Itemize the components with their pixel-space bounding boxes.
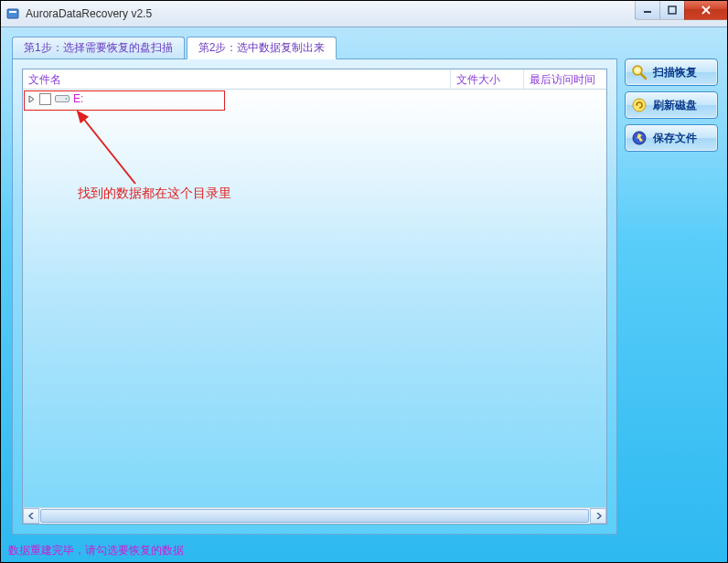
annotation-arrow-icon [67, 106, 158, 197]
status-text: 数据重建完毕，请勾选要恢复的数据 [8, 543, 184, 558]
scan-recover-label: 扫描恢复 [653, 65, 697, 80]
window-title: AuroraDataRecovery v2.5 [26, 7, 152, 20]
tab-step2[interactable]: 第2步：选中数据复制出来 [187, 37, 337, 59]
column-time[interactable]: 最后访问时间 [524, 69, 606, 89]
titlebar: AuroraDataRecovery v2.5 [0, 0, 728, 27]
maximize-icon [668, 5, 677, 15]
tab-step1[interactable]: 第1步：选择需要恢复的盘扫描 [12, 37, 185, 58]
refresh-icon [631, 97, 648, 113]
minimize-icon [643, 5, 652, 15]
scroll-left-button[interactable] [23, 508, 39, 524]
minimize-button[interactable] [635, 0, 660, 20]
main-content: 第1步：选择需要恢复的盘扫描 第2步：选中数据复制出来 文件名 文件大小 最后访… [12, 37, 617, 535]
window-controls [636, 0, 728, 20]
sidebar: 扫描恢复 刷新磁盘 保存文件 [625, 58, 718, 152]
refresh-disk-button[interactable]: 刷新磁盘 [625, 91, 718, 119]
svg-rect-1 [9, 11, 16, 13]
close-icon [701, 5, 712, 15]
annotation-box [24, 90, 225, 111]
annotation-text: 找到的数据都在这个目录里 [78, 186, 231, 202]
app-icon [5, 6, 20, 21]
file-list: 文件名 文件大小 最后访问时间 E: [22, 69, 607, 525]
svg-line-8 [78, 112, 135, 184]
svg-point-12 [633, 99, 646, 112]
refresh-disk-label: 刷新磁盘 [653, 98, 697, 113]
tab-bar: 第1步：选择需要恢复的盘扫描 第2步：选中数据复制出来 [12, 37, 617, 58]
svg-rect-0 [7, 9, 18, 18]
svg-point-10 [635, 68, 640, 73]
list-header: 文件名 文件大小 最后访问时间 [23, 69, 606, 90]
chevron-left-icon [28, 513, 35, 519]
svg-rect-3 [669, 6, 676, 14]
magnifier-icon [631, 64, 648, 80]
save-icon [631, 130, 648, 146]
maximize-button[interactable] [659, 0, 685, 20]
list-body: E: 找到的数据都在这个目录里 [23, 90, 606, 507]
horizontal-scrollbar[interactable] [23, 507, 606, 524]
scroll-thumb[interactable] [40, 509, 589, 523]
save-file-button[interactable]: 保存文件 [625, 124, 718, 152]
column-size[interactable]: 文件大小 [451, 69, 524, 89]
save-file-label: 保存文件 [653, 131, 697, 146]
scan-recover-button[interactable]: 扫描恢复 [625, 58, 718, 86]
chevron-right-icon [595, 513, 602, 519]
column-name[interactable]: 文件名 [23, 69, 451, 89]
close-button[interactable] [684, 0, 728, 20]
status-bar: 数据重建完毕，请勾选要恢复的数据 [5, 542, 723, 558]
client-area: 第1步：选择需要恢复的盘扫描 第2步：选中数据复制出来 文件名 文件大小 最后访… [0, 27, 728, 563]
svg-line-11 [641, 74, 646, 79]
step2-panel: 文件名 文件大小 最后访问时间 E: [12, 58, 617, 535]
scroll-right-button[interactable] [590, 508, 606, 524]
svg-rect-2 [644, 11, 651, 13]
